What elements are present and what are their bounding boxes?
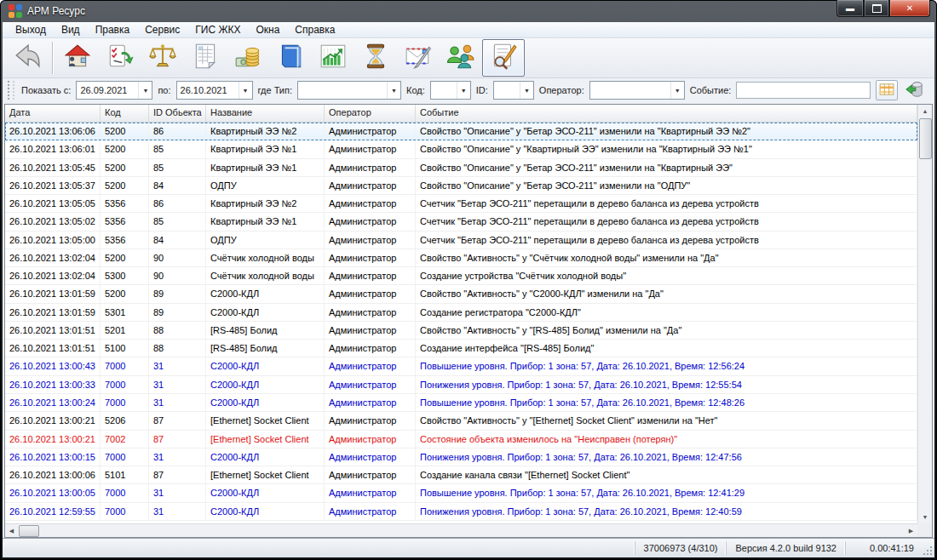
cell-date: 26.10.2021 13:00:21 [5,431,101,448]
table-row[interactable]: 26.10.2021 13:02:04 5300 90 Счётчик холо… [5,267,917,285]
cell-object-id: 88 [149,322,206,339]
grid-settings-button[interactable] [876,80,898,100]
scroll-left-icon[interactable]: ◀ [5,524,18,537]
table-row[interactable]: 26.10.2021 12:59:55 7000 31 С2000-КДЛ Ад… [5,503,917,521]
code-combo[interactable]: ▼ [430,81,471,100]
vertical-scrollbar[interactable]: ▲ ▼ [917,105,932,523]
scroll-down-icon[interactable]: ▼ [919,511,932,523]
table-row[interactable]: 26.10.2021 13:00:33 7000 31 С2000-КДЛ Ад… [5,376,917,394]
home-button[interactable] [56,39,99,77]
table-row[interactable]: 26.10.2021 13:00:05 7000 31 С2000-КДЛ Ад… [5,484,917,502]
menu-view[interactable]: Вид [54,23,88,37]
table-row[interactable]: 26.10.2021 13:05:45 5200 85 Квартирный Э… [5,159,917,177]
table-row[interactable]: 26.10.2021 13:02:04 5200 90 Счётчик холо… [5,249,917,267]
menu-edit[interactable]: Правка [88,23,138,37]
minimize-button[interactable]: ▬ [836,0,864,17]
operator-label: Оператор: [539,85,584,95]
table-row[interactable]: 26.10.2021 13:01:51 5100 88 [RS-485] Бол… [5,340,917,357]
users-button[interactable] [440,39,482,77]
cell-object-id: 85 [149,213,206,230]
chart-button[interactable] [312,39,354,77]
table-row[interactable]: 26.10.2021 13:00:06 5101 87 [Ethernet] S… [5,466,917,484]
menu-gis-zhkh[interactable]: ГИС ЖКХ [187,23,248,37]
table-row[interactable]: 26.10.2021 13:01:59 5301 89 С2000-КДЛ Ад… [5,304,917,322]
menu-help[interactable]: Справка [287,23,342,37]
column-header-code[interactable]: Код [101,105,149,122]
maximize-button[interactable] [864,0,889,17]
to-label: по: [158,85,170,95]
mail-button[interactable] [397,39,440,77]
hourglass-icon [361,42,390,74]
log-view-button[interactable] [482,39,525,77]
table-row[interactable]: 26.10.2021 13:06:01 5200 85 Квартирный Э… [5,140,917,158]
close-button[interactable]: ✕ [889,0,930,17]
toolbar-gripper[interactable] [8,81,14,100]
table-row[interactable]: 26.10.2021 13:00:21 5206 87 [Ethernet] S… [5,412,917,430]
column-header-object-id[interactable]: ID Обьекта [149,105,206,122]
column-header-name[interactable]: Название [206,105,325,122]
report-table-button[interactable] [184,39,227,77]
cell-date: 26.10.2021 13:00:21 [5,412,101,429]
cell-date: 26.10.2021 13:01:51 [5,340,101,357]
id-combo[interactable]: ▼ [493,81,534,100]
cell-object-id: 31 [149,376,206,393]
cell-date: 26.10.2021 13:01:59 [5,304,101,321]
cell-name: [Ethernet] Socket Client [206,466,325,483]
balance-button[interactable] [141,39,184,77]
type-combo[interactable]: ▼ [297,81,401,100]
scroll-right-icon[interactable]: ▶ [905,524,917,537]
cell-operator: Администратор [325,249,416,266]
cell-event: Свойство "Описание" у "Бетар ЭСО-211" из… [416,159,917,176]
horizontal-scroll-thumb[interactable] [19,525,39,537]
journal-button[interactable] [269,39,312,77]
app-icon [9,4,22,18]
table-row[interactable]: 26.10.2021 13:00:43 7000 31 С2000-КДЛ Ад… [5,357,917,375]
filter-bar: Показать с: 26.09.2021 ▼ по: 26.10.2021 … [3,78,934,102]
table-row[interactable]: 26.10.2021 13:01:51 5201 88 [RS-485] Бол… [5,322,917,340]
table-row[interactable]: 26.10.2021 13:00:24 7000 31 С2000-КДЛ Ад… [5,394,917,412]
table-row[interactable]: 26.10.2021 13:05:05 5356 86 Квартирный Э… [5,195,917,213]
money-button[interactable] [227,39,269,77]
cell-operator: Администратор [325,304,416,321]
column-header-event[interactable]: Событие [416,105,917,122]
scroll-up-icon[interactable]: ▲ [919,105,932,117]
table-row[interactable]: 26.10.2021 13:05:02 5356 85 Квартирный Э… [5,213,917,231]
cell-event: Свойство "Описание" у "Бетар ЭСО-211" из… [416,123,917,140]
code-label: Код: [406,85,425,95]
cell-code: 7000 [101,394,149,411]
menu-windows[interactable]: Окна [248,23,287,37]
cell-code: 5200 [101,285,149,302]
vertical-scroll-thumb[interactable] [919,118,932,159]
menu-exit[interactable]: Выход [8,23,54,37]
column-header-operator[interactable]: Оператор [325,105,416,122]
horizontal-scrollbar[interactable]: ◀ ▶ [5,523,917,537]
money-icon [233,42,262,74]
history-button[interactable] [354,39,397,77]
cell-code: 5101 [101,466,149,483]
table-row[interactable]: 26.10.2021 13:05:00 5356 84 ОДПУ Админис… [5,231,917,249]
cell-code: 5201 [101,322,149,339]
table-row[interactable]: 26.10.2021 13:06:06 5200 86 Квартирный Э… [5,123,917,140]
table-row[interactable]: 26.10.2021 13:01:59 5200 89 С2000-КДЛ Ад… [5,285,917,303]
cell-code: 5300 [101,267,149,284]
menu-service[interactable]: Сервис [137,23,187,37]
title-bar[interactable]: АРМ Ресурс ▬ ✕ [0,0,937,22]
export-db-button[interactable] [903,80,925,100]
cell-event: Свойство "Описание" у "Бетар ЭСО-211" из… [416,177,917,194]
resize-grip[interactable] [923,546,933,556]
date-from-combo[interactable]: 26.09.2021 ▼ [76,81,152,100]
cell-event: Свойство "Активность" у "[RS-485] Болид"… [416,322,917,339]
cell-event: Создание регистратора "С2000-КДЛ" [416,304,917,321]
table-body: 26.10.2021 13:06:06 5200 86 Квартирный Э… [5,123,917,523]
table-row[interactable]: 26.10.2021 13:00:15 7000 31 С2000-КДЛ Ад… [5,449,917,466]
operator-combo[interactable]: ▼ [589,81,685,100]
date-to-value: 26.10.2021 [177,85,239,95]
cell-event: Состояние объекта изменилось на "Неиспра… [416,431,917,448]
column-header-date[interactable]: Дата [5,105,101,122]
back-button[interactable] [6,39,49,77]
event-filter-input[interactable] [736,82,871,99]
tasks-button[interactable] [99,39,141,77]
table-row[interactable]: 26.10.2021 13:00:21 7002 87 [Ethernet] S… [5,431,917,449]
date-to-combo[interactable]: 26.10.2021 ▼ [176,81,253,100]
table-row[interactable]: 26.10.2021 13:05:37 5200 84 ОДПУ Админис… [5,177,917,195]
